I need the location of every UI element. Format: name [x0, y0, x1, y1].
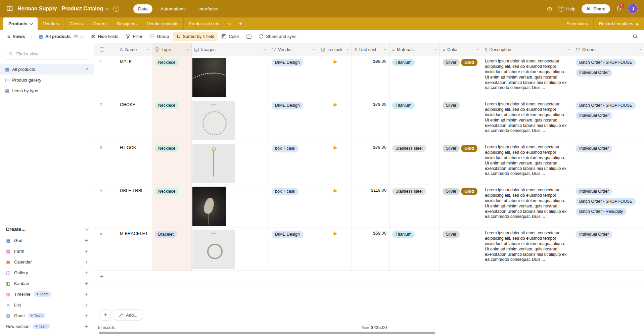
plus-icon[interactable]: +	[85, 270, 88, 276]
cell-in-stock[interactable]	[318, 228, 352, 271]
cell-vendor[interactable]: box + cask	[269, 185, 318, 228]
column-header-color[interactable]: ≡ Color	[440, 43, 482, 56]
cell-color[interactable]: Silver	[440, 99, 482, 142]
column-header-in-stock[interactable]: In stock	[318, 43, 352, 56]
sidebar-view-items-by-type[interactable]: ▦Items by type	[0, 85, 94, 96]
base-book-icon[interactable]	[6, 6, 13, 12]
more-tables-button[interactable]	[224, 17, 235, 30]
sidebar-view-all-products[interactable]: ▦All products✓	[0, 64, 94, 75]
cell-images[interactable]	[192, 99, 269, 142]
cell-vendor[interactable]: DIME Design	[269, 56, 318, 99]
view-switcher[interactable]: ▦ All products	[35, 32, 86, 41]
create-view-grid[interactable]: ▦Grid+	[0, 235, 94, 246]
cell-images[interactable]	[192, 185, 269, 228]
cell-vendor[interactable]: DIME Design	[269, 228, 318, 271]
cell-images[interactable]	[192, 56, 269, 99]
cell-name[interactable]: 5M BRACELET	[94, 228, 152, 271]
create-view-gantt[interactable]: ▨Gantt◆Team+	[0, 310, 94, 321]
views-button[interactable]: ≡ Views	[4, 32, 28, 41]
cell-color[interactable]: SilverGold	[440, 142, 482, 185]
group-button[interactable]: Group	[146, 32, 172, 41]
plus-icon[interactable]: +	[85, 281, 88, 286]
create-view-gallery[interactable]: ◫Gallery+	[0, 267, 94, 278]
plus-icon[interactable]: +	[85, 259, 88, 265]
cell-in-stock[interactable]	[318, 99, 352, 142]
cell-in-stock[interactable]	[318, 56, 352, 99]
plus-icon[interactable]: +	[85, 324, 88, 329]
select-all-checkbox[interactable]	[100, 47, 104, 52]
chevron-down-icon[interactable]	[106, 6, 109, 10]
plus-icon[interactable]: +	[85, 238, 88, 243]
cell-materials[interactable]: Titanium	[389, 228, 440, 271]
column-header-unit-cost[interactable]: $ Unit cost	[352, 43, 389, 56]
column-header-orders[interactable]: Orders	[573, 43, 644, 56]
topnav-automations[interactable]: Automations	[156, 4, 190, 13]
filter-button[interactable]: Filter	[122, 32, 146, 41]
cell-type[interactable]: Bracelet	[152, 228, 192, 271]
tab-vendors[interactable]: Vendors	[38, 17, 64, 30]
create-section-header[interactable]: Create...	[0, 223, 94, 235]
product-image[interactable]	[192, 187, 226, 226]
topnav-data[interactable]: Data	[133, 4, 152, 13]
avatar[interactable]: J	[628, 4, 638, 14]
cell-in-stock[interactable]	[318, 142, 352, 185]
help-button[interactable]: ? Help	[558, 6, 576, 12]
create-view-form[interactable]: ▤Form+	[0, 246, 94, 256]
product-image[interactable]	[192, 101, 235, 140]
plus-icon[interactable]: +	[85, 291, 88, 297]
notifications-button[interactable]: 1	[616, 6, 622, 12]
create-view-list[interactable]: ≡List+	[0, 299, 94, 310]
cell-orders[interactable]: Individual Order	[573, 142, 644, 185]
cell-name[interactable]: 3H LOCK	[94, 142, 152, 185]
cell-in-stock[interactable]	[318, 185, 352, 228]
tab-orders[interactable]: Orders	[88, 17, 112, 30]
create-view-timeline[interactable]: ▥Timeline◆Team+	[0, 289, 94, 299]
column-header-type[interactable]: Type	[152, 43, 192, 56]
search-button[interactable]	[631, 32, 640, 41]
cell-description[interactable]: Lorem ipsum dolor sit amet, consectetur …	[482, 99, 573, 142]
column-summary[interactable]: Sum$425.00	[352, 325, 389, 330]
extensions-button[interactable]: Extensions	[561, 17, 593, 30]
cell-orders[interactable]: Individual OrderBatch Order - SHOPHOUSEB…	[573, 185, 644, 228]
cell-orders[interactable]: Batch Order - SHOPHOUSEIndividual Order	[573, 56, 644, 99]
sidebar-view-product-gallery[interactable]: ◫Product gallery	[0, 75, 94, 85]
cell-type[interactable]: Necklace	[152, 56, 192, 99]
find-view-input[interactable]	[15, 51, 85, 57]
horizontal-scrollbar[interactable]	[99, 332, 435, 334]
cell-materials[interactable]: Titanium	[389, 56, 440, 99]
chevron-down-icon[interactable]	[146, 47, 150, 51]
chevron-down-icon[interactable]	[346, 47, 350, 51]
cell-unit-cost[interactable]: $79.00	[352, 99, 389, 142]
tab-designers[interactable]: Designers	[112, 17, 142, 30]
plus-icon[interactable]: +	[85, 302, 88, 308]
chevron-down-icon[interactable]	[186, 47, 189, 51]
cell-vendor[interactable]: DIME Design	[269, 99, 318, 142]
add-record-row[interactable]: +	[94, 271, 644, 283]
chevron-down-icon[interactable]	[638, 47, 642, 51]
cell-color[interactable]: SilverGold	[440, 56, 482, 99]
share-sync-button[interactable]: Share and sync	[256, 32, 300, 41]
chevron-down-icon[interactable]	[263, 47, 267, 51]
cell-description[interactable]: Lorem ipsum dolor sit amet, consectetur …	[482, 56, 573, 99]
add-record-button[interactable]: +	[100, 309, 111, 320]
tab-products[interactable]: Products	[3, 17, 38, 30]
cell-name[interactable]: 2CHOKE	[94, 99, 152, 142]
plus-icon[interactable]: +	[85, 248, 88, 254]
cell-type[interactable]: Necklace	[152, 185, 192, 228]
cell-materials[interactable]: Stainless steel	[389, 185, 440, 228]
cell-orders[interactable]: Individual Order	[573, 228, 644, 271]
cell-name[interactable]: 1MPLE	[94, 56, 152, 99]
cell-materials[interactable]: Stainless steel	[389, 142, 440, 185]
cell-materials[interactable]: Titanium	[389, 99, 440, 142]
plus-icon[interactable]: +	[85, 313, 88, 319]
column-header-description[interactable]: ¶ Description	[482, 43, 573, 56]
add-with-templates-button[interactable]: Add...	[114, 309, 142, 320]
tab-product-ad-sets[interactable]: Product ad sets	[183, 17, 224, 30]
cell-description[interactable]: Lorem ipsum dolor sit amet, consectetur …	[482, 185, 573, 228]
product-image[interactable]	[192, 230, 235, 269]
topnav-interfaces[interactable]: Interfaces	[194, 4, 223, 13]
chevron-down-icon[interactable]	[384, 47, 387, 51]
cell-color[interactable]: SilverGold	[440, 185, 482, 228]
cell-unit-cost[interactable]: $79.00	[352, 142, 389, 185]
share-button[interactable]: Share	[582, 4, 610, 13]
